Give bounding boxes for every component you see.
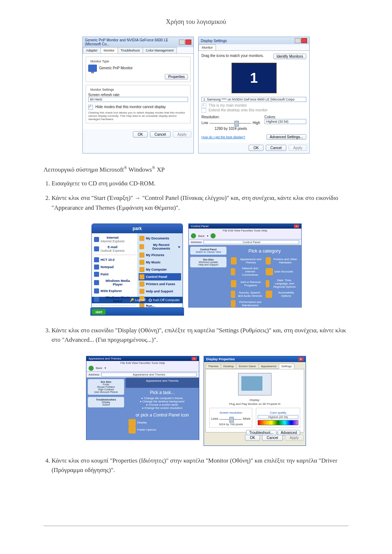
- tab-color-management[interactable]: Color Management: [143, 47, 177, 53]
- tab-screensaver[interactable]: Screen Saver: [236, 364, 258, 369]
- cp-display-icon[interactable]: Display: [128, 419, 196, 426]
- monitor-preview: [238, 373, 271, 395]
- sm-printers[interactable]: Printers and Faxes: [139, 280, 181, 288]
- best-display-link[interactable]: How do I get the best display?: [201, 135, 245, 139]
- main-monitor-checkbox: [201, 103, 206, 108]
- sm-help[interactable]: Help and Support: [139, 288, 181, 295]
- window-controls: [179, 40, 191, 45]
- back-icon[interactable]: [191, 233, 196, 238]
- address-bar[interactable]: Control Panel: [204, 240, 299, 244]
- close-icon[interactable]: ×: [192, 357, 197, 360]
- cat-appearance[interactable]: Appearance and Themes: [231, 257, 264, 264]
- at-menu[interactable]: File Edit View Favorites Tools Help: [86, 361, 199, 365]
- cat-users[interactable]: User Accounts: [266, 267, 298, 276]
- screen-resolution-label: Screen resolution: [211, 411, 250, 414]
- close-icon[interactable]: [301, 38, 307, 43]
- turnoff-button[interactable]: ⏻ Turn Off Computer: [148, 298, 180, 302]
- cp-menu[interactable]: File Edit View Favorites Tools Help: [189, 229, 301, 233]
- tab-troubleshoot[interactable]: Troubleshoot: [118, 47, 143, 53]
- task-2[interactable]: ▸ Change the desktop background: [128, 400, 196, 403]
- sm-control-panel[interactable]: Control Panel: [139, 273, 181, 280]
- resolution-slider[interactable]: [209, 120, 251, 127]
- tab-appearance[interactable]: Appearance: [258, 364, 279, 369]
- apply-button[interactable]: Apply: [173, 131, 191, 138]
- start-button[interactable]: start: [92, 309, 106, 315]
- apply-button[interactable]: Apply: [285, 435, 303, 441]
- address-bar[interactable]: Appearance and Themes: [101, 373, 197, 377]
- sm-my-pictures[interactable]: My Pictures: [139, 251, 181, 259]
- control-panel-icon: [139, 274, 144, 279]
- cancel-button[interactable]: Cancel: [150, 131, 171, 138]
- device-select[interactable]: 1. Samsung **** on NVIDIA GeForce 6600 L…: [201, 97, 306, 102]
- cancel-button[interactable]: Cancel: [262, 435, 283, 441]
- ok-button[interactable]: OK: [133, 131, 147, 138]
- task-3[interactable]: ▸ Choose a screen saver: [128, 403, 196, 406]
- logoff-button[interactable]: 🔑 Log Off: [130, 298, 146, 302]
- ok-button[interactable]: OK: [245, 435, 260, 441]
- troubleshoot-button[interactable]: Troubleshoot...: [246, 430, 277, 435]
- tab-monitor[interactable]: Monitor: [101, 47, 118, 53]
- tab-desktop[interactable]: Desktop: [221, 364, 236, 369]
- cat-printers[interactable]: Printers and Other Hardware: [266, 257, 298, 264]
- sm-my-computer[interactable]: My Computer: [139, 266, 181, 273]
- sm-run[interactable]: Run...: [139, 302, 181, 308]
- resolution-slider[interactable]: [219, 416, 242, 423]
- monitor-preview[interactable]: 1: [232, 63, 277, 93]
- app-icon: [94, 257, 99, 262]
- properties-button[interactable]: Properties: [165, 74, 188, 79]
- sm-paint[interactable]: Paint: [93, 271, 136, 278]
- cat-performance[interactable]: Performance and Maintenance: [231, 300, 264, 307]
- minimize-icon[interactable]: [295, 38, 301, 43]
- close-icon[interactable]: ×: [294, 225, 299, 228]
- colors-select[interactable]: Highest (32 bit): [265, 119, 306, 124]
- back-icon[interactable]: [89, 366, 94, 371]
- cancel-button[interactable]: Cancel: [266, 145, 286, 151]
- sm-email[interactable]: E-mailOutlook Express: [93, 244, 136, 254]
- refresh-rate-select[interactable]: 60 Hertz: [88, 97, 188, 102]
- identify-monitors-button[interactable]: Identify Monitors: [273, 54, 306, 59]
- switch-view-link[interactable]: Switch to Classic View: [196, 251, 221, 253]
- task-1[interactable]: ▸ Change the computer's theme: [128, 397, 196, 400]
- pick-category-title: Pick a category: [231, 248, 298, 254]
- cp-folder-options-icon[interactable]: Folder Options: [128, 426, 196, 434]
- cat-datetime[interactable]: Date, Time, Language, and Regional Optio…: [266, 279, 298, 288]
- sm-my-recent[interactable]: My Recent Documents ▸: [139, 242, 181, 251]
- apply-button[interactable]: Apply: [289, 145, 307, 151]
- mail-icon: [94, 246, 99, 251]
- cat-network[interactable]: Network and Internet Connections: [231, 267, 264, 276]
- monitor-icon: [88, 65, 97, 72]
- tab-adapter[interactable]: Adapter: [83, 47, 101, 53]
- sm-internet[interactable]: InternetInternet Explorer: [93, 235, 136, 244]
- sm-all-programs[interactable]: All Programs ▶: [93, 307, 136, 308]
- sm-my-documents[interactable]: My Documents: [139, 235, 181, 242]
- close-icon[interactable]: ×: [298, 357, 303, 361]
- monitor-settings-label: Monitor Settings: [89, 88, 115, 91]
- sm-msn[interactable]: MSN Explorer: [93, 287, 136, 295]
- sm-notepad[interactable]: Notepad: [93, 263, 136, 271]
- color-quality-select[interactable]: Highest (32 bit): [258, 415, 298, 419]
- sm-my-music[interactable]: My Music: [139, 259, 181, 266]
- cat-addremove[interactable]: Add or Remove Programs: [231, 279, 264, 288]
- sm-wmp[interactable]: Windows Media Player: [93, 278, 136, 287]
- sm-hct[interactable]: HCT 10.0: [93, 256, 136, 263]
- tab-settings[interactable]: Settings: [279, 364, 294, 369]
- tab-monitor[interactable]: Monitor: [199, 44, 216, 50]
- ok-button[interactable]: OK: [249, 145, 263, 151]
- hide-modes-checkbox[interactable]: [88, 105, 93, 110]
- printer-icon: [139, 282, 144, 287]
- task-4[interactable]: ▸ Change the screen resolution: [128, 406, 196, 410]
- resolution-label: Resolution:: [201, 115, 260, 119]
- window-controls: [295, 38, 307, 43]
- tab-themes[interactable]: Themes: [205, 364, 221, 369]
- cat-sounds[interactable]: Sounds, Speech, and Audio Devices: [231, 291, 264, 298]
- step-2: Κάντε κλικ στα "Start (Έναρξη)" → "Contr…: [52, 193, 348, 213]
- minimize-icon[interactable]: [179, 40, 185, 45]
- cat-accessibility[interactable]: Accessibility Options: [266, 291, 298, 298]
- close-icon[interactable]: [185, 40, 191, 45]
- advanced-settings-button[interactable]: Advanced Settings...: [266, 134, 306, 140]
- start-menu-screenshot: park InternetInternet Explorer E-mailOut…: [91, 223, 183, 308]
- sm-wmm[interactable]: Windows Movie Maker: [93, 295, 136, 304]
- side-panel-2: See Also Windows Update Help and Support: [190, 257, 226, 267]
- forward-icon[interactable]: [211, 233, 216, 238]
- wmm-icon: [94, 297, 99, 302]
